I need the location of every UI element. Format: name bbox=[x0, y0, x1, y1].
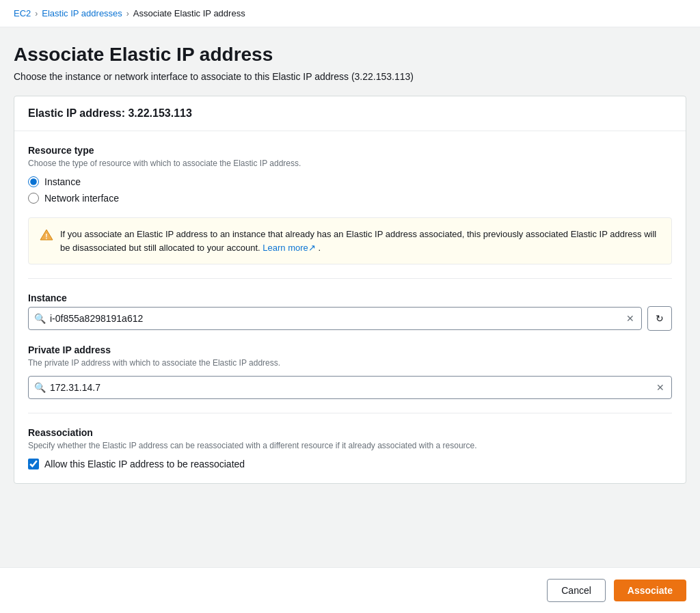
private-ip-search-input[interactable] bbox=[50, 377, 655, 398]
warning-box: ! If you associate an Elastic IP address… bbox=[28, 217, 672, 264]
resource-type-radio-group: Instance Network interface bbox=[28, 176, 672, 204]
resource-type-section: Resource type Choose the type of resourc… bbox=[28, 145, 672, 204]
instance-input-wrapper: 🔍 ✕ bbox=[28, 307, 642, 330]
breadcrumb: EC2 › Elastic IP addresses › Associate E… bbox=[0, 0, 700, 27]
resource-type-label: Resource type bbox=[28, 145, 672, 156]
reassociation-description: Specify whether the Elastic IP address c… bbox=[28, 441, 672, 450]
instance-search-icon: 🔍 bbox=[34, 313, 46, 324]
divider-2 bbox=[28, 413, 672, 413]
footer-bar: Cancel Associate bbox=[0, 567, 700, 613]
reassociation-checkbox[interactable] bbox=[28, 459, 39, 469]
radio-instance-input[interactable] bbox=[28, 176, 39, 187]
private-ip-field-label: Private IP address bbox=[28, 344, 672, 355]
radio-instance[interactable]: Instance bbox=[28, 176, 672, 187]
card-header: Elastic IP address: 3.22.153.113 bbox=[14, 96, 686, 131]
radio-network-interface-input[interactable] bbox=[28, 193, 39, 204]
warning-icon: ! bbox=[40, 228, 53, 242]
reassociation-label: Reassociation bbox=[28, 427, 672, 438]
breadcrumb-sep-2: › bbox=[126, 9, 129, 18]
private-ip-field-section: Private IP address The private IP addres… bbox=[28, 344, 672, 399]
instance-search-input[interactable] bbox=[50, 308, 625, 329]
reassociation-checkbox-item[interactable]: Allow this Elastic IP address to be reas… bbox=[28, 459, 672, 469]
instance-refresh-button[interactable]: ↻ bbox=[647, 306, 672, 331]
page-title: Associate Elastic IP address bbox=[14, 44, 686, 66]
resource-type-description: Choose the type of resource with which t… bbox=[28, 159, 672, 168]
associate-button[interactable]: Associate bbox=[614, 580, 686, 601]
reassociation-section: Reassociation Specify whether the Elasti… bbox=[28, 427, 672, 469]
instance-clear-icon[interactable]: ✕ bbox=[625, 312, 636, 325]
private-ip-clear-icon[interactable]: ✕ bbox=[655, 381, 666, 394]
svg-text:!: ! bbox=[45, 233, 47, 241]
breadcrumb-ec2[interactable]: EC2 bbox=[14, 8, 31, 18]
radio-network-interface[interactable]: Network interface bbox=[28, 193, 672, 204]
page-description: Choose the instance or network interface… bbox=[14, 71, 686, 82]
radio-instance-label: Instance bbox=[44, 176, 81, 187]
private-ip-description: The private IP address with which to ass… bbox=[28, 358, 672, 368]
breadcrumb-sep-1: › bbox=[35, 9, 38, 18]
breadcrumb-current: Associate Elastic IP address bbox=[133, 8, 245, 18]
divider bbox=[28, 278, 672, 279]
radio-network-interface-label: Network interface bbox=[44, 193, 119, 204]
cancel-button[interactable]: Cancel bbox=[547, 579, 606, 602]
private-ip-input-wrapper: 🔍 ✕ bbox=[28, 376, 672, 399]
card-body: Resource type Choose the type of resourc… bbox=[14, 131, 686, 483]
breadcrumb-elastic-ip[interactable]: Elastic IP addresses bbox=[42, 8, 122, 18]
instance-input-row: 🔍 ✕ ↻ bbox=[28, 306, 672, 331]
instance-field-section: Instance 🔍 ✕ ↻ bbox=[28, 292, 672, 331]
instance-field-label: Instance bbox=[28, 292, 672, 303]
main-card: Elastic IP address: 3.22.153.113 Resourc… bbox=[14, 96, 686, 484]
refresh-icon: ↻ bbox=[656, 313, 664, 324]
warning-learn-more-link[interactable]: Learn more↗ bbox=[262, 243, 318, 253]
private-ip-search-icon: 🔍 bbox=[34, 382, 46, 393]
card-header-title: Elastic IP address: 3.22.153.113 bbox=[28, 107, 192, 119]
warning-text: If you associate an Elastic IP address t… bbox=[60, 228, 660, 254]
reassociation-checkbox-label: Allow this Elastic IP address to be reas… bbox=[44, 459, 245, 469]
